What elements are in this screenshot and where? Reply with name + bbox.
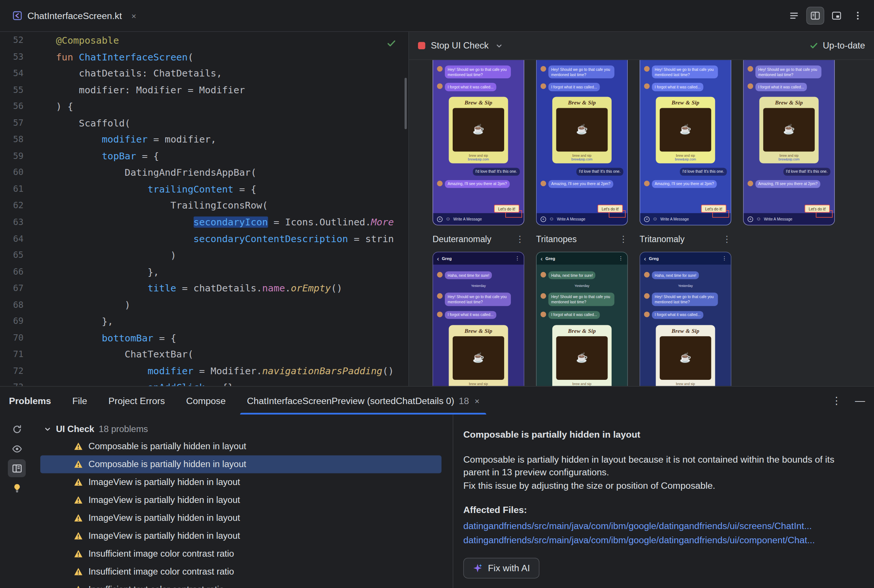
problem-item[interactable]: Composable is partially hidden in layout (40, 456, 442, 474)
code-line[interactable]: 73 onAddClick = {} (0, 380, 408, 386)
code-text: ) { (33, 99, 73, 115)
incoming-bubble: Hey! Should we go to that cafe you menti… (652, 292, 718, 306)
code-token: = { (153, 332, 176, 343)
layout-split-icon[interactable] (807, 7, 824, 24)
code-text: trailingContent = { (33, 182, 256, 198)
problem-item[interactable]: Insufficient text color contrast ratio (40, 580, 442, 588)
avatar (748, 66, 753, 72)
details-view-icon[interactable] (8, 459, 26, 477)
lightbulb-icon[interactable] (8, 478, 26, 496)
code-line[interactable]: 65 ) (0, 248, 408, 264)
problem-item[interactable]: Composable is partially hidden in layout (40, 438, 442, 456)
chat-preview[interactable]: Hey! Should we go to that cafe you menti… (743, 60, 835, 225)
preview-menu-icon[interactable]: ⋮ (619, 234, 628, 244)
code-line[interactable]: 62 TrailingIconsRow( (0, 198, 408, 214)
editor-scrollbar[interactable] (404, 78, 407, 129)
code-line[interactable]: 71 ChatTextBar( (0, 346, 408, 363)
preview-menu-icon[interactable]: ⋮ (722, 234, 731, 244)
avatar (748, 181, 753, 186)
problem-item[interactable]: Insufficient image color contrast ratio (40, 545, 442, 562)
tab-chatinterfacescreenpreview-sortedchatdetails-0[interactable]: ChatInterfaceScreenPreview (sortedChatDe… (247, 387, 479, 414)
message-row: Amazing, I'll see you there at 2pm? (748, 180, 830, 188)
input-placeholder: Write A Message (764, 217, 792, 221)
code-line[interactable]: 56) { (0, 99, 408, 115)
stop-ui-check-button[interactable]: Stop UI Check (418, 40, 488, 51)
layout-code-icon[interactable] (785, 7, 802, 24)
chat-preview[interactable]: Hey! Should we go to that cafe you menti… (432, 60, 524, 225)
more-options-icon[interactable] (849, 7, 866, 24)
code-line[interactable]: 52@Composable (0, 33, 408, 49)
chat-preview[interactable]: ‹Greg⋮Haha, next time for sure!Yesterday… (536, 252, 628, 386)
panel-more-icon[interactable]: ⋮ (832, 394, 841, 406)
tab-project-errors[interactable]: Project Errors (109, 387, 165, 414)
code-line[interactable]: 59 topBar = { (0, 148, 408, 165)
affected-file-link[interactable]: datingandfriends/src/main/java/com/ibm/g… (464, 521, 857, 531)
problem-item-label: Insufficient text color contrast ratio (89, 585, 224, 588)
code-line[interactable]: 69 }, (0, 314, 408, 330)
editor-tab[interactable]: ChatInterfaceScreen.kt × (8, 0, 141, 32)
fix-with-ai-button[interactable]: Fix with AI (464, 558, 540, 578)
code-token: chatDetails: ChatDetails, (56, 68, 222, 79)
code-line[interactable]: 70 bottomBar = { (0, 330, 408, 346)
chat-app-bar: ‹Greg⋮ (433, 252, 524, 264)
tab-compose[interactable]: Compose (186, 387, 226, 414)
tab-close-icon[interactable]: × (131, 11, 136, 20)
code-text: modifier: Modifier = Modifier (33, 82, 245, 99)
affected-file-link[interactable]: datingandfriends/src/main/java/com/ibm/g… (464, 535, 857, 546)
code-line[interactable]: 68 ) (0, 297, 408, 314)
incoming-bubble: Amazing, I'll see you there at 2pm? (548, 180, 613, 188)
coffee-cup-photo: ☕ (660, 108, 711, 152)
code-line[interactable]: 64 secondaryContentDescription = strin (0, 231, 408, 248)
code-editor[interactable]: 52@Composable53fun ChatInterfaceScreen(5… (0, 32, 409, 386)
eye-icon[interactable] (8, 440, 26, 458)
code-line[interactable]: 61 trailingContent = { (0, 182, 408, 198)
ui-check-panel: Stop UI Check Up-to-date Hey! Should we … (409, 32, 874, 386)
chat-preview[interactable]: Hey! Should we go to that cafe you menti… (640, 60, 731, 225)
preview-label-text: Tritanopes (536, 234, 577, 244)
chat-preview[interactable]: ‹Greg⋮Haha, next time for sure!Yesterday… (432, 252, 524, 386)
code-line[interactable]: 63 secondaryIcon = Icons.Outlined.More (0, 214, 408, 231)
line-number: 59 (0, 148, 33, 165)
code-line[interactable]: 58 modifier = modifier, (0, 132, 408, 148)
problem-item[interactable]: ImageView is partially hidden in layout (40, 527, 442, 545)
code-text: @Composable (33, 33, 119, 49)
code-token: ChatTextBar( (56, 349, 193, 360)
tab-problems[interactable]: Problems (9, 387, 51, 414)
code-line[interactable]: 53fun ChatInterfaceScreen( (0, 49, 408, 65)
brew-sip-card: Brew & Sip☕brew and sipbrew&sip.com (449, 97, 508, 163)
problem-item-label: Insufficient image color contrast ratio (89, 567, 234, 577)
code-line[interactable]: 54 chatDetails: ChatDetails, (0, 66, 408, 82)
chevron-down-icon[interactable] (44, 425, 51, 433)
layout-design-icon[interactable] (828, 7, 845, 24)
problem-item[interactable]: Insufficient image color contrast ratio (40, 562, 442, 580)
warning-icon (74, 460, 83, 469)
tab-close-icon[interactable]: × (475, 396, 479, 405)
code-line[interactable]: 66 }, (0, 264, 408, 280)
problem-item[interactable]: ImageView is partially hidden in layout (40, 509, 442, 527)
inspection-ok-icon[interactable] (387, 38, 396, 50)
code-line[interactable]: 57 Scaffold( (0, 115, 408, 131)
code-line[interactable]: 72 modifier = Modifier.navigationBarsPad… (0, 363, 408, 380)
problem-item[interactable]: ImageView is partially hidden in layout (40, 491, 442, 509)
outgoing-bubble: I'd love that! It's this one. (473, 168, 520, 176)
code-token: ) { (56, 101, 73, 112)
chevron-down-icon[interactable] (495, 42, 503, 50)
message-row: Amazing, I'll see you there at 2pm? (541, 180, 623, 188)
avatar (541, 311, 546, 317)
emoji-icon: ☺ (549, 216, 554, 221)
code-line[interactable]: 60 DatingAndFriendsAppBar( (0, 165, 408, 181)
problem-item[interactable]: ImageView is partially hidden in layout (40, 473, 442, 491)
outgoing-bubble: I'd love that! It's this one. (783, 168, 831, 176)
fix-with-ai-label: Fix with AI (488, 563, 530, 573)
problems-group-row[interactable]: UI Check 18 problems (40, 420, 442, 437)
code-line[interactable]: 67 title = chatDetails.name.orEmpty() (0, 280, 408, 297)
chat-preview[interactable]: Hey! Should we go to that cafe you menti… (536, 60, 628, 225)
warning-icon (74, 585, 83, 588)
menu-icon: ⋮ (619, 256, 623, 261)
tab-file[interactable]: File (72, 387, 87, 414)
preview-menu-icon[interactable]: ⋮ (515, 234, 524, 244)
code-line[interactable]: 55 modifier: Modifier = Modifier (0, 82, 408, 99)
refresh-icon[interactable] (8, 420, 26, 438)
chat-preview[interactable]: ‹Greg⋮Haha, next time for sure!Yesterday… (640, 252, 731, 386)
panel-minimize-icon[interactable]: — (855, 395, 865, 406)
